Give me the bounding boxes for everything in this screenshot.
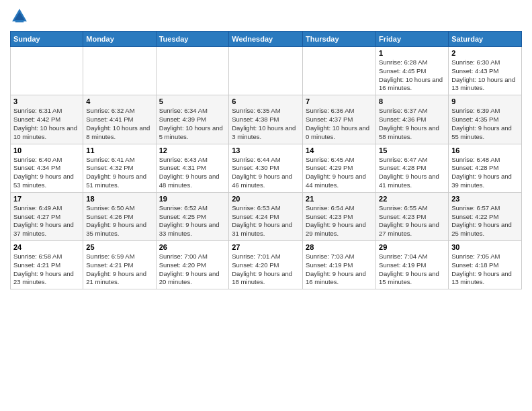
day-info: Sunrise: 7:03 AM Sunset: 4:19 PM Dayligh…: [306, 253, 373, 287]
day-number: 16: [451, 146, 519, 154]
day-info: Sunrise: 6:48 AM Sunset: 4:28 PM Dayligh…: [451, 156, 519, 190]
day-number: 7: [306, 97, 373, 105]
week-row-3: 10Sunrise: 6:40 AM Sunset: 4:34 PM Dayli…: [11, 144, 522, 192]
day-cell: 17Sunrise: 6:49 AM Sunset: 4:27 PM Dayli…: [11, 192, 83, 240]
day-number: 17: [13, 195, 80, 203]
weekday-thursday: Thursday: [303, 32, 376, 47]
day-info: Sunrise: 6:59 AM Sunset: 4:21 PM Dayligh…: [86, 253, 152, 287]
day-number: 25: [86, 243, 152, 251]
day-number: 21: [306, 195, 373, 203]
weekday-header-row: SundayMondayTuesdayWednesdayThursdayFrid…: [11, 32, 522, 47]
day-info: Sunrise: 6:47 AM Sunset: 4:28 PM Dayligh…: [379, 156, 445, 190]
day-info: Sunrise: 6:37 AM Sunset: 4:36 PM Dayligh…: [379, 107, 445, 141]
weekday-monday: Monday: [83, 32, 156, 47]
day-number: 3: [13, 97, 80, 105]
day-info: Sunrise: 6:54 AM Sunset: 4:23 PM Dayligh…: [306, 204, 373, 238]
day-info: Sunrise: 6:39 AM Sunset: 4:35 PM Dayligh…: [451, 107, 519, 141]
day-cell: 1Sunrise: 6:28 AM Sunset: 4:45 PM Daylig…: [376, 47, 449, 95]
day-info: Sunrise: 6:35 AM Sunset: 4:38 PM Dayligh…: [232, 107, 300, 141]
day-cell: 5Sunrise: 6:34 AM Sunset: 4:39 PM Daylig…: [156, 95, 229, 144]
day-cell: 10Sunrise: 6:40 AM Sunset: 4:34 PM Dayli…: [11, 144, 83, 192]
day-number: 23: [451, 195, 519, 203]
day-number: 22: [379, 195, 445, 203]
day-cell: 4Sunrise: 6:32 AM Sunset: 4:41 PM Daylig…: [83, 95, 156, 144]
day-number: 2: [451, 49, 519, 57]
day-info: Sunrise: 6:53 AM Sunset: 4:24 PM Dayligh…: [232, 204, 300, 238]
day-number: 30: [451, 243, 519, 251]
logo: [10, 7, 32, 26]
day-cell: 29Sunrise: 7:04 AM Sunset: 4:19 PM Dayli…: [376, 241, 449, 289]
day-info: Sunrise: 6:58 AM Sunset: 4:21 PM Dayligh…: [13, 253, 80, 287]
day-cell: 8Sunrise: 6:37 AM Sunset: 4:36 PM Daylig…: [376, 95, 449, 144]
day-info: Sunrise: 6:44 AM Sunset: 4:30 PM Dayligh…: [232, 156, 300, 190]
logo-icon: [10, 7, 29, 26]
day-number: 26: [159, 243, 226, 251]
day-number: 6: [232, 97, 300, 105]
day-info: Sunrise: 6:41 AM Sunset: 4:32 PM Dayligh…: [86, 156, 152, 190]
header: [10, 7, 522, 26]
day-cell: 7Sunrise: 6:36 AM Sunset: 4:37 PM Daylig…: [303, 95, 376, 144]
day-cell: [11, 47, 83, 95]
day-cell: 14Sunrise: 6:45 AM Sunset: 4:29 PM Dayli…: [303, 144, 376, 192]
day-number: 9: [451, 97, 519, 105]
day-cell: 28Sunrise: 7:03 AM Sunset: 4:19 PM Dayli…: [303, 241, 376, 289]
day-cell: [303, 47, 376, 95]
day-cell: 25Sunrise: 6:59 AM Sunset: 4:21 PM Dayli…: [83, 241, 156, 289]
day-cell: 23Sunrise: 6:57 AM Sunset: 4:22 PM Dayli…: [449, 192, 522, 240]
day-cell: 16Sunrise: 6:48 AM Sunset: 4:28 PM Dayli…: [449, 144, 522, 192]
day-info: Sunrise: 6:31 AM Sunset: 4:42 PM Dayligh…: [13, 107, 80, 141]
day-info: Sunrise: 6:34 AM Sunset: 4:39 PM Dayligh…: [159, 107, 226, 141]
day-info: Sunrise: 6:36 AM Sunset: 4:37 PM Dayligh…: [306, 107, 373, 141]
day-info: Sunrise: 6:28 AM Sunset: 4:45 PM Dayligh…: [379, 58, 445, 93]
page: SundayMondayTuesdayWednesdayThursdayFrid…: [0, 0, 532, 411]
day-info: Sunrise: 6:32 AM Sunset: 4:41 PM Dayligh…: [86, 107, 152, 141]
day-number: 19: [159, 195, 226, 203]
day-number: 29: [379, 243, 445, 251]
day-cell: 3Sunrise: 6:31 AM Sunset: 4:42 PM Daylig…: [11, 95, 83, 144]
day-number: 4: [86, 97, 152, 105]
day-cell: 22Sunrise: 6:55 AM Sunset: 4:23 PM Dayli…: [376, 192, 449, 240]
day-number: 28: [306, 243, 373, 251]
day-number: 24: [13, 243, 80, 251]
day-cell: 13Sunrise: 6:44 AM Sunset: 4:30 PM Dayli…: [229, 144, 303, 192]
day-info: Sunrise: 6:57 AM Sunset: 4:22 PM Dayligh…: [451, 204, 519, 238]
day-cell: 26Sunrise: 7:00 AM Sunset: 4:20 PM Dayli…: [156, 241, 229, 289]
day-number: 20: [232, 195, 300, 203]
day-cell: 30Sunrise: 7:05 AM Sunset: 4:18 PM Dayli…: [449, 241, 522, 289]
day-cell: 2Sunrise: 6:30 AM Sunset: 4:43 PM Daylig…: [449, 47, 522, 95]
day-number: 14: [306, 146, 373, 154]
day-number: 27: [232, 243, 300, 251]
svg-rect-2: [15, 20, 24, 22]
day-number: 11: [86, 146, 152, 154]
day-info: Sunrise: 7:00 AM Sunset: 4:20 PM Dayligh…: [159, 253, 226, 287]
day-number: 8: [379, 97, 445, 105]
weekday-tuesday: Tuesday: [156, 32, 229, 47]
day-info: Sunrise: 6:52 AM Sunset: 4:25 PM Dayligh…: [159, 204, 226, 238]
day-number: 5: [159, 97, 226, 105]
day-info: Sunrise: 6:50 AM Sunset: 4:26 PM Dayligh…: [86, 204, 152, 238]
day-number: 13: [232, 146, 300, 154]
week-row-4: 17Sunrise: 6:49 AM Sunset: 4:27 PM Dayli…: [11, 192, 522, 240]
day-cell: 24Sunrise: 6:58 AM Sunset: 4:21 PM Dayli…: [11, 241, 83, 289]
day-cell: 21Sunrise: 6:54 AM Sunset: 4:23 PM Dayli…: [303, 192, 376, 240]
day-info: Sunrise: 6:45 AM Sunset: 4:29 PM Dayligh…: [306, 156, 373, 190]
weekday-wednesday: Wednesday: [229, 32, 303, 47]
weekday-friday: Friday: [376, 32, 449, 47]
weekday-saturday: Saturday: [449, 32, 522, 47]
day-cell: 20Sunrise: 6:53 AM Sunset: 4:24 PM Dayli…: [229, 192, 303, 240]
day-cell: 6Sunrise: 6:35 AM Sunset: 4:38 PM Daylig…: [229, 95, 303, 144]
day-info: Sunrise: 6:55 AM Sunset: 4:23 PM Dayligh…: [379, 204, 445, 238]
day-info: Sunrise: 6:49 AM Sunset: 4:27 PM Dayligh…: [13, 204, 80, 238]
day-cell: 12Sunrise: 6:43 AM Sunset: 4:31 PM Dayli…: [156, 144, 229, 192]
day-info: Sunrise: 6:40 AM Sunset: 4:34 PM Dayligh…: [13, 156, 80, 190]
day-number: 1: [379, 49, 445, 57]
day-cell: [229, 47, 303, 95]
day-cell: 18Sunrise: 6:50 AM Sunset: 4:26 PM Dayli…: [83, 192, 156, 240]
day-number: 15: [379, 146, 445, 154]
day-cell: 27Sunrise: 7:01 AM Sunset: 4:20 PM Dayli…: [229, 241, 303, 289]
week-row-1: 1Sunrise: 6:28 AM Sunset: 4:45 PM Daylig…: [11, 47, 522, 95]
day-info: Sunrise: 7:01 AM Sunset: 4:20 PM Dayligh…: [232, 253, 300, 287]
day-cell: [156, 47, 229, 95]
day-number: 18: [86, 195, 152, 203]
day-number: 12: [159, 146, 226, 154]
